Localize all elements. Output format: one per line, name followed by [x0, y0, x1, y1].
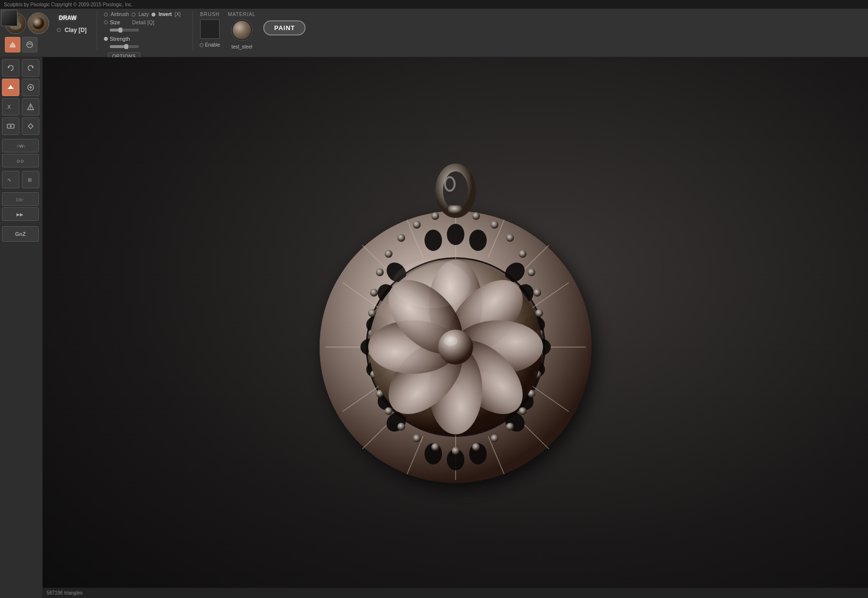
strength-thumb[interactable]: [124, 44, 128, 49]
svg-text:⊞: ⊞: [28, 177, 32, 183]
draw-clay-group: DRAW Clay [D]: [54, 11, 93, 35]
strength-track[interactable]: [110, 45, 139, 48]
svg-point-80: [506, 423, 514, 431]
paint-section: PAINT: [260, 11, 308, 36]
size-radio[interactable]: [104, 20, 108, 24]
size-thumb[interactable]: [119, 28, 122, 33]
sidebar-btn-e[interactable]: [2, 117, 19, 135]
pendant-loop: [439, 167, 472, 214]
sidebar-btn-a[interactable]: [2, 79, 19, 96]
sidebar-btn-g[interactable]: ∿: [2, 171, 19, 188]
svg-point-113: [445, 177, 455, 191]
top-toolbar: DRAW Clay [D] Airbrush Lazy Invert [X] S…: [0, 9, 868, 57]
sidebar-row-1: [2, 59, 40, 77]
svg-point-96: [397, 234, 405, 242]
svg-point-110: [392, 260, 470, 308]
paint-button[interactable]: PAINT: [263, 20, 306, 35]
svg-point-70: [506, 234, 514, 242]
size-slider[interactable]: [110, 29, 186, 32]
strength-fill: [110, 45, 126, 48]
brush-preview-box[interactable]: [200, 19, 220, 39]
svg-point-69: [491, 221, 498, 229]
medallion-svg: [290, 133, 621, 522]
material-preview-box[interactable]: [231, 19, 253, 41]
svg-text:▶▶: ▶▶: [17, 212, 23, 217]
strength-radio[interactable]: [104, 37, 108, 41]
size-slider-row: Size Detail [Q]: [104, 19, 186, 25]
svg-point-109: [444, 336, 458, 346]
svg-point-82: [472, 443, 480, 451]
material-name: test_steel: [231, 44, 252, 50]
status-bar: 587196 triangles: [43, 587, 868, 598]
material-header: MATERIAL: [228, 12, 255, 17]
size-track[interactable]: [110, 29, 139, 32]
clay-radio[interactable]: [57, 28, 61, 32]
enable-checkbox[interactable]: [200, 43, 204, 47]
brush-mode-row: Airbrush Lazy Invert [X]: [104, 12, 186, 17]
toolbar-divider-1: [97, 11, 97, 50]
enable-label[interactable]: Enable: [205, 42, 220, 48]
svg-marker-10: [9, 85, 13, 88]
svg-point-93: [370, 289, 378, 297]
smooth-button[interactable]: [22, 37, 37, 52]
sidebar-wide-btn-1[interactable]: ○W○: [2, 139, 39, 152]
clay-label[interactable]: Clay [D]: [63, 26, 88, 34]
svg-point-81: [491, 434, 498, 442]
svg-point-17: [30, 108, 31, 109]
strength-slider[interactable]: [110, 45, 186, 48]
draw-button[interactable]: [5, 37, 20, 52]
draw-label[interactable]: DRAW: [57, 14, 79, 22]
toolbar-divider-2: [192, 11, 193, 50]
svg-text:⊙⊙: ⊙⊙: [17, 159, 24, 164]
gnz-label: GnZ: [15, 231, 26, 237]
strength-slider-row: Strength: [104, 36, 186, 42]
sidebar-redo-button[interactable]: [22, 59, 39, 77]
svg-point-94: [376, 268, 384, 276]
sidebar-btn-h[interactable]: ⊞: [22, 171, 39, 188]
svg-point-71: [519, 250, 527, 258]
svg-point-86: [397, 423, 405, 431]
gnz-button[interactable]: GnZ: [2, 226, 39, 242]
strength-label: Strength: [110, 36, 134, 42]
sidebar-wide-btn-3[interactable]: ▷▷: [2, 192, 39, 206]
svg-point-72: [528, 268, 535, 276]
material-section: MATERIAL test_steel: [225, 11, 258, 50]
airbrush-label[interactable]: Airbrush: [111, 12, 129, 17]
svg-point-92: [368, 309, 376, 317]
sidebar-btn-f[interactable]: [22, 117, 39, 135]
invert-label[interactable]: Invert: [158, 12, 171, 17]
svg-point-3: [33, 17, 44, 29]
material-mode-icon[interactable]: [28, 13, 49, 34]
svg-point-49: [469, 230, 487, 251]
enable-area: Enable: [200, 42, 220, 48]
sidebar-row-3: X: [2, 98, 40, 116]
sidebar-btn-d[interactable]: [22, 98, 39, 116]
main-viewport[interactable]: [43, 57, 868, 598]
brush-header: BRUSH: [200, 12, 220, 17]
svg-point-68: [472, 212, 480, 220]
invert-radio[interactable]: [152, 13, 155, 17]
sidebar-row-5: ∿ ⊞: [2, 171, 40, 188]
svg-rect-112: [448, 205, 463, 214]
svg-point-73: [533, 289, 541, 297]
svg-point-19: [10, 125, 12, 127]
sidebar-wide-btn-2[interactable]: ⊙⊙: [2, 154, 39, 167]
lazy-label[interactable]: Lazy: [138, 12, 149, 17]
lazy-radio[interactable]: [132, 13, 136, 17]
svg-point-87: [385, 407, 392, 415]
sidebar-row-4: [2, 117, 40, 135]
sidebar-btn-c[interactable]: X: [2, 98, 19, 116]
invert-key: [X]: [175, 12, 181, 17]
sidebar-btn-b[interactable]: [22, 79, 39, 96]
svg-point-47: [425, 230, 442, 251]
sidebar-wide-btn-4[interactable]: ▶▶: [2, 207, 39, 221]
airbrush-radio[interactable]: [104, 13, 108, 17]
size-label: Size: [110, 19, 129, 25]
triangle-count: 587196 triangles: [47, 590, 83, 596]
svg-point-84: [431, 443, 439, 451]
svg-text:∿: ∿: [7, 177, 11, 183]
detail-label[interactable]: Detail [Q]: [132, 19, 154, 25]
sidebar-undo-button[interactable]: [2, 59, 19, 77]
brush-section: BRUSH Enable: [197, 11, 223, 49]
svg-point-6: [27, 42, 33, 48]
